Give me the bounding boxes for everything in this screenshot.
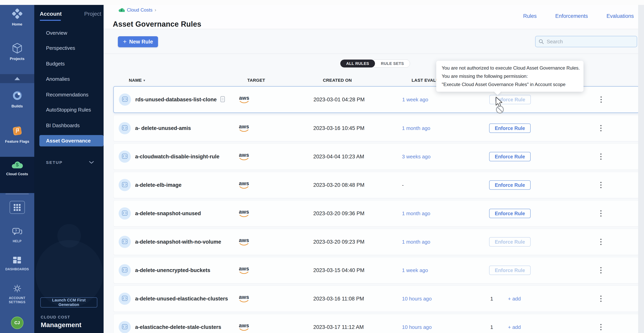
rail-divider (6, 194, 29, 194)
row-menu-button[interactable] (599, 322, 603, 332)
svg-text:$: $ (120, 9, 122, 12)
brand-name: Management (41, 321, 82, 329)
row-menu-button[interactable] (599, 180, 603, 190)
last-evaluation-link[interactable]: 3 weeks ago (402, 154, 430, 160)
add-enforcement-link[interactable]: + add (508, 324, 521, 330)
enforce-rule-button[interactable]: Enforce Rule (489, 209, 531, 218)
tab-account[interactable]: Account (40, 11, 62, 17)
table-row[interactable]: a- delete-unused-amis aws 2023-03-16 10:… (113, 115, 639, 141)
last-evaluation-link[interactable]: 1 month ago (402, 125, 430, 131)
last-evaluation-link[interactable]: 10 hours ago (402, 324, 432, 330)
aws-logo: aws (239, 96, 250, 104)
sidebar-item-recommendations[interactable]: Recommendations (34, 89, 104, 101)
sort-caret-icon: ▾ (143, 78, 145, 83)
link-enforcements[interactable]: Enforcements (555, 13, 588, 19)
table-row[interactable]: a-delete-snapshot-unused aws 2023-03-20 … (113, 200, 639, 227)
row-menu-button[interactable] (599, 152, 603, 161)
enforce-rule-button[interactable]: Enforce Rule (489, 180, 531, 190)
table-row[interactable]: a-delete-elb-image aws 2023-03-20 08:48 … (113, 172, 639, 198)
sidebar-item-budgets[interactable]: Budgets (34, 58, 104, 70)
brand-eyebrow: CLOUD COST (41, 315, 82, 319)
table-row[interactable]: a-delete-snapshot-with-no-volume aws 202… (113, 229, 639, 255)
table-row[interactable]: a-delete-unused-elasticache-clusters aws… (113, 285, 639, 312)
user-avatar[interactable]: CJ (11, 316, 24, 329)
rule-badge (119, 179, 131, 191)
add-enforcement-link[interactable]: + add (508, 296, 521, 302)
sidebar-module-projects[interactable]: Projects (0, 43, 34, 61)
rule-name: a-delete-snapshot-unused (135, 210, 201, 217)
target-label: aws (239, 266, 249, 271)
launch-ccm-first-gen-button[interactable]: Launch CCM First Generation (40, 297, 97, 307)
aws-logo: aws (239, 181, 249, 189)
sidebar-item-perspectives[interactable]: Perspectives (34, 42, 104, 54)
rule-name: a- delete-unused-amis (135, 125, 191, 131)
created-on: 2023-04-04 10:23 AM (313, 154, 364, 160)
enforce-rule-button[interactable]: Enforce Rule (489, 124, 531, 133)
tooltip-line: "Execute Cloud Asset Governance Rules" i… (442, 80, 578, 89)
rail-collapse-button[interactable] (0, 74, 34, 83)
rule-badge (119, 264, 131, 276)
row-menu-button[interactable] (599, 124, 603, 133)
last-evaluation-link[interactable]: 1 week ago (402, 267, 428, 273)
toggle-all-rules[interactable]: ALL RULES (340, 60, 375, 67)
last-evaluation-link[interactable]: 1 week ago (402, 97, 428, 103)
link-evaluations[interactable]: Evaluations (606, 13, 634, 19)
table-row[interactable]: a-cloudwatch-disable-insight-rule aws 20… (113, 143, 639, 170)
product-brand: CLOUD COST Management (41, 315, 82, 329)
link-rules[interactable]: Rules (523, 13, 537, 19)
page-title: Asset Governance Rules (113, 20, 201, 29)
sidebar-module-cloud-costs[interactable]: $ Cloud Costs (0, 160, 34, 176)
last-evaluation-link[interactable]: 1 month ago (402, 210, 430, 217)
rule-badge (119, 94, 131, 106)
created-on: 2023-03-15 04:40 PM (313, 267, 364, 273)
created-on: 2023-03-20 09:36 PM (313, 210, 364, 217)
sidebar-item-bi-dashboards[interactable]: BI Dashboards (34, 119, 104, 132)
module-label: DASHBOARDS (5, 267, 29, 271)
row-menu-button[interactable] (599, 209, 603, 218)
tab-project[interactable]: Project (84, 11, 101, 17)
new-rule-button[interactable]: + New Rule (118, 36, 158, 47)
table-row[interactable]: a-delete-unencrypted-buckets aws 2023-03… (113, 257, 639, 283)
row-menu-button[interactable] (599, 237, 603, 247)
sidebar-module-home[interactable]: Home (0, 8, 34, 27)
sidebar-item-setup[interactable]: SETUP (46, 160, 94, 165)
target-label: aws (239, 96, 250, 101)
target-label: aws (239, 209, 249, 215)
window-top-strip (0, 0, 644, 5)
sidebar-module-builds[interactable]: Builds (0, 90, 34, 108)
table-row[interactable]: a-elasticache-delete-stale-clusters aws … (113, 314, 639, 333)
enforce-rule-button[interactable]: Enforce Rule (489, 237, 531, 247)
sidebar-module-dashboards[interactable]: DASHBOARDS (0, 256, 34, 271)
enforce-rule-button[interactable]: Enforce Rule (489, 95, 531, 104)
rule-name: a-delete-unused-elasticache-clusters (135, 296, 228, 302)
header-links: Rules Enforcements Evaluations (523, 13, 634, 19)
sidebar-item-anomalies[interactable]: Anomalies (34, 73, 104, 85)
last-evaluation-link[interactable]: 1 month ago (402, 239, 430, 245)
sidebar-module-feature-flags[interactable]: Feature Flags (0, 125, 34, 144)
sidebar-module-help[interactable]: ? HELP (0, 228, 34, 243)
main-content: $ Cloud Costs › Asset Governance Rules R… (104, 5, 644, 333)
last-evaluation-link[interactable]: 10 hours ago (402, 296, 432, 302)
search-icon (539, 39, 544, 44)
row-menu-button[interactable] (599, 294, 603, 303)
sidebar-item-overview[interactable]: Overview (34, 27, 104, 39)
breadcrumb-separator: › (155, 7, 156, 13)
enforce-rule-button[interactable]: Enforce Rule (489, 152, 531, 161)
target-label: aws (239, 181, 249, 186)
sidebar-item-asset-governance[interactable]: Asset Governance (34, 135, 104, 147)
search-input[interactable] (546, 39, 634, 45)
search-box (535, 36, 637, 47)
enforce-rule-button[interactable]: Enforce Rule (489, 266, 531, 275)
enforcement-count: 1 (490, 296, 493, 302)
breadcrumb-link-cloud-costs[interactable]: Cloud Costs (127, 7, 152, 13)
module-picker-button[interactable] (10, 201, 25, 214)
sidebar-module-account-settings[interactable]: ACCOUNT SETTINGS (0, 284, 34, 304)
column-header-name[interactable]: NAME ▾ (129, 78, 145, 83)
copy-icon[interactable] (220, 96, 225, 103)
created-on: 2023-03-01 04:28 PM (314, 97, 364, 103)
row-menu-button[interactable] (599, 95, 603, 104)
row-menu-button[interactable] (599, 266, 603, 275)
toggle-rule-sets[interactable]: RULE SETS (375, 60, 410, 67)
aws-swoosh-icon (239, 129, 249, 133)
sidebar-item-autostopping-rules[interactable]: AutoStopping Rules (34, 104, 104, 116)
